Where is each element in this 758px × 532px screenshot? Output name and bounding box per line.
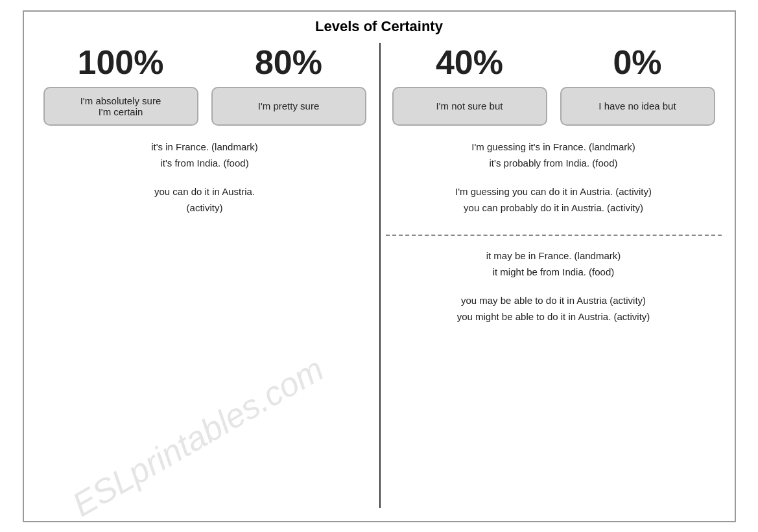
left-examples-section: it's in France. (landmark)it's from Indi… xyxy=(37,139,373,508)
right-example-bottom-2-text: you may be able to do it in Austria (act… xyxy=(457,295,650,323)
left-percentage-row: 100% 80% xyxy=(37,43,373,82)
badge-no-idea: I have no idea but xyxy=(560,87,715,126)
right-badge-row: I'm not sure but I have no idea but xyxy=(386,87,722,126)
right-example-bottom-2: you may be able to do it in Austria (act… xyxy=(386,292,722,325)
left-example-2-text: you can do it in Austria.(activity) xyxy=(154,186,255,214)
left-half: 100% 80% I'm absolutely sureI'm certain … xyxy=(37,43,379,508)
page-title: Levels of Certainty xyxy=(37,18,722,35)
percentage-40: 40% xyxy=(386,43,554,82)
left-example-1: it's in France. (landmark)it's from Indi… xyxy=(37,139,373,172)
left-example-1-text: it's in France. (landmark)it's from Indi… xyxy=(151,141,258,169)
right-example-top-1: I'm guessing it's in France. (landmark)i… xyxy=(386,139,722,172)
badge-not-sure: I'm not sure but xyxy=(392,87,547,126)
percentage-80: 80% xyxy=(205,43,373,82)
badge-absolutely-sure-text: I'm absolutely sureI'm certain xyxy=(80,95,161,117)
right-example-top-2: I'm guessing you can do it in Austria. (… xyxy=(386,183,722,216)
left-example-2: you can do it in Austria.(activity) xyxy=(37,183,373,216)
right-example-top-1-text: I'm guessing it's in France. (landmark)i… xyxy=(471,141,635,169)
right-example-bottom-1-text: it may be in France. (landmark)it might … xyxy=(486,250,621,278)
page: Levels of Certainty 100% 80% I'm absolut… xyxy=(23,10,736,522)
right-percentage-row: 40% 0% xyxy=(386,43,722,82)
badge-pretty-sure: I'm pretty sure xyxy=(211,87,366,126)
right-examples-combined: I'm guessing it's in France. (landmark)i… xyxy=(386,139,722,508)
vertical-divider xyxy=(379,43,381,508)
badge-absolutely-sure: I'm absolutely sureI'm certain xyxy=(43,87,198,126)
percentage-100: 100% xyxy=(37,43,205,82)
right-half: 40% 0% I'm not sure but I have no idea b… xyxy=(379,43,722,508)
columns-wrapper: 100% 80% I'm absolutely sureI'm certain … xyxy=(37,43,722,508)
dotted-divider xyxy=(386,235,722,236)
left-badge-row: I'm absolutely sureI'm certain I'm prett… xyxy=(37,87,373,126)
right-example-bottom-1: it may be in France. (landmark)it might … xyxy=(386,248,722,281)
right-example-top-2-text: I'm guessing you can do it in Austria. (… xyxy=(455,186,652,214)
badge-pretty-sure-text: I'm pretty sure xyxy=(258,100,320,111)
percentage-0: 0% xyxy=(554,43,722,82)
